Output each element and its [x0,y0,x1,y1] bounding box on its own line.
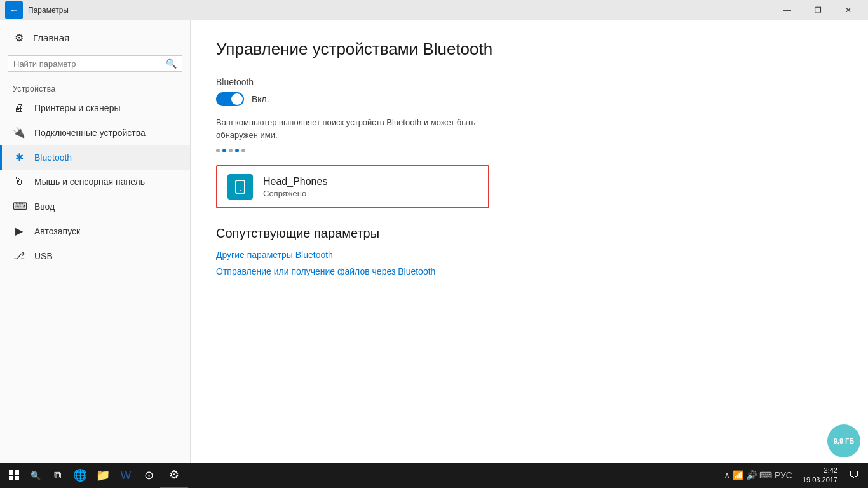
sidebar-item-autorun[interactable]: ▶ Автозапуск [0,219,190,243]
toggle-row: Вкл. [216,92,843,106]
svg-rect-2 [9,470,13,475]
close-button[interactable]: ✕ [834,0,863,20]
taskbar-settings-icon[interactable]: ⚙ [160,463,188,488]
bluetooth-icon: ✱ [13,151,25,163]
sidebar-item-label: Принтеры и сканеры [34,103,120,113]
titlebar: ← Параметры — ❐ ✕ [0,0,868,20]
dot-5 [241,149,245,152]
lang-label[interactable]: РУС [775,470,792,480]
date: 19.03.2017 [803,475,837,485]
device-status: Сопряжено [263,189,327,198]
network-icon[interactable]: 📶 [733,470,743,480]
search-icon-taskbar: 🔍 [31,471,41,480]
settings-icon: ⚙ [169,468,179,482]
sidebar-section-label: Устройства [0,77,190,96]
sidebar-home[interactable]: ⚙ Главная [0,25,190,50]
bluetooth-section-label: Bluetooth [216,77,843,87]
device-card[interactable]: Head_Phones Сопряжено [216,165,489,208]
dot-3 [229,149,233,152]
clock: 2:42 [803,466,837,475]
app-container: ⚙ Главная 🔍 Устройства 🖨 Принтеры и скан… [0,20,868,463]
sidebar-item-usb[interactable]: ⎇ USB [0,243,190,268]
usb-icon: ⎇ [13,250,25,262]
notification-button[interactable]: 🗨 [843,463,865,488]
sidebar-item-label: Подключенные устройства [34,128,146,138]
taskbar-word-icon[interactable]: W [114,463,137,488]
taskbar-edge-icon[interactable]: 🌐 [69,463,92,488]
storage-badge: 9,9 ГБ [827,424,860,458]
toggle-label: Вкл. [252,94,269,104]
taskbar-chrome-icon[interactable]: ⊙ [137,463,160,488]
sidebar-item-label: Ввод [34,201,55,212]
sidebar-item-label: Bluetooth [34,152,72,163]
taskbar-tray: ∧ 📶 🔊 ⌨ РУС [719,470,797,480]
sidebar-home-label: Главная [33,32,69,43]
volume-icon[interactable]: 🔊 [746,470,757,480]
connected-icon: 🔌 [13,126,25,139]
printers-icon: 🖨 [13,102,25,114]
chrome-icon: ⊙ [144,468,154,482]
sidebar-item-input[interactable]: ⌨ Ввод [0,194,190,219]
taskbar-explorer-icon[interactable]: 📁 [92,463,114,488]
start-icon [9,470,19,480]
minimize-button[interactable]: — [773,0,802,20]
sidebar-item-label: USB [34,251,53,261]
bluetooth-toggle[interactable] [216,92,244,106]
sidebar-item-bluetooth[interactable]: ✱ Bluetooth [0,145,190,170]
tray-expand[interactable]: ∧ [724,470,730,480]
search-input[interactable] [13,59,166,69]
back-button[interactable]: ← [5,1,23,19]
device-icon [227,174,253,200]
task-view-button[interactable]: ⧉ [46,463,69,488]
dot-1 [216,149,220,152]
device-info: Head_Phones Сопряжено [263,176,327,198]
sidebar-item-label: Мышь и сенсорная панель [34,177,145,187]
task-view-icon: ⧉ [54,470,61,481]
main-content: Управление устройствами Bluetooth Blueto… [191,20,868,463]
word-icon: W [121,469,132,482]
related-link-2[interactable]: Отправление или получение файлов через B… [216,266,843,276]
notification-icon: 🗨 [849,470,859,481]
related-link-1[interactable]: Другие параметры Bluetooth [216,250,843,260]
keyboard-icon[interactable]: ⌨ [759,470,772,480]
sidebar-item-printers[interactable]: 🖨 Принтеры и сканеры [0,96,190,120]
page-title: Управление устройствами Bluetooth [216,39,843,59]
taskbar-time[interactable]: 2:42 19.03.2017 [797,466,843,485]
input-icon: ⌨ [13,200,25,212]
taskbar: 🔍 ⧉ 🌐 📁 W ⊙ ⚙ ∧ 📶 🔊 ⌨ РУС 2:42 19.03.201… [0,463,868,488]
edge-icon: 🌐 [73,468,87,482]
sidebar: ⚙ Главная 🔍 Устройства 🖨 Принтеры и скан… [0,20,191,463]
svg-point-1 [240,190,241,191]
svg-rect-5 [15,476,19,480]
home-icon: ⚙ [13,32,25,44]
dot-4 [235,149,239,152]
sidebar-item-mouse[interactable]: 🖱 Мышь и сенсорная панель [0,170,190,194]
restore-button[interactable]: ❐ [803,0,832,20]
svg-rect-4 [9,476,13,480]
svg-rect-3 [15,470,19,475]
taskbar-search[interactable]: 🔍 [25,468,46,483]
storage-label: 9,9 ГБ [834,437,855,445]
explorer-icon: 📁 [96,468,110,482]
toggle-knob [231,93,243,105]
window-controls: — ❐ ✕ [773,0,863,20]
dot-2 [222,149,226,152]
sidebar-item-connected[interactable]: 🔌 Подключенные устройства [0,120,190,145]
phone-svg [233,179,248,194]
device-name: Head_Phones [263,176,327,187]
autorun-icon: ▶ [13,225,25,237]
related-title: Сопутствующие параметры [216,226,843,241]
start-button[interactable] [3,463,25,488]
titlebar-title: Параметры [28,6,773,15]
search-icon: 🔍 [166,58,177,69]
bluetooth-info-text: Ваш компьютер выполняет поиск устройств … [216,116,496,141]
sidebar-item-label: Автозапуск [34,226,80,236]
scanning-animation [216,149,843,152]
search-box[interactable]: 🔍 [8,55,182,72]
mouse-icon: 🖱 [13,176,25,187]
